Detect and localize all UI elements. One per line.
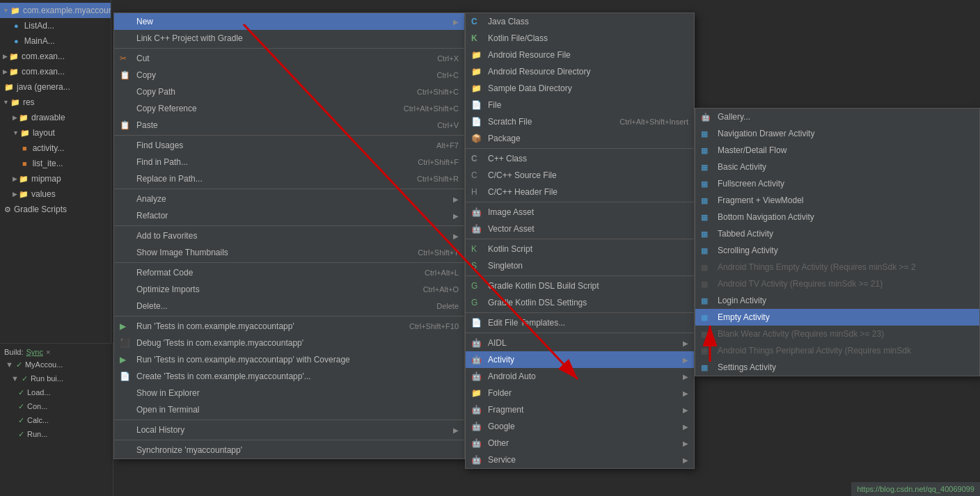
menu-item-synchronize[interactable]: Synchronize 'myaccountapp' <box>114 442 464 458</box>
paste-icon: 📋 <box>120 120 132 130</box>
menu-item-folder[interactable]: 📁 Folder ▶ <box>466 385 694 401</box>
menu-item-navigationdrawer[interactable]: ▦ Navigation Drawer Activity <box>695 125 979 142</box>
menu-item-singleton[interactable]: S Singleton <box>466 257 694 274</box>
menu-item-findusages[interactable]: Find Usages Alt+F7 <box>114 137 464 154</box>
menu-item-scratchfile[interactable]: 📄 Scratch File Ctrl+Alt+Shift+Insert <box>466 113 694 130</box>
menu-item-androidresourcefile[interactable]: 📁 Android Resource File <box>466 47 694 63</box>
menu-item-tabbedactivity[interactable]: ▦ Tabbed Activity <box>695 225 979 242</box>
menu-item-sampledatadirectory[interactable]: 📁 Sample Data Directory <box>466 80 694 97</box>
menu-item-blankwear[interactable]: ▦ Blank Wear Activity (Requires minSdk >… <box>695 326 979 342</box>
check-icon: ✓ <box>22 374 28 383</box>
menu-item-openinterminal[interactable]: Open in Terminal <box>114 401 464 418</box>
menu-item-linkcpp[interactable]: Link C++ Project with Gradle <box>114 30 464 47</box>
menu-item-fragment[interactable]: 🤖 Fragment ▶ <box>466 401 694 418</box>
menu-item-imageasset[interactable]: 🤖 Image Asset <box>466 204 694 221</box>
tree-item-com1[interactable]: ▶ 📁 com.exan... <box>0 49 111 64</box>
menu-item-copyref[interactable]: Copy Reference Ctrl+Alt+Shift+C <box>114 100 464 117</box>
tree-item-list-item[interactable]: ■ list_ite... <box>0 156 111 171</box>
tree-item-listadapter[interactable]: ● ListAd... <box>0 18 111 33</box>
menu-item-loginactivity[interactable]: ▦ Login Activity <box>695 292 979 309</box>
menu-item-runtestswithcoverage[interactable]: ▶ Run 'Tests in com.example.myaccountapp… <box>114 351 464 368</box>
menu-item-copy[interactable]: 📋 Copy Ctrl+C <box>114 67 464 83</box>
service-icon: 🤖 <box>471 455 484 465</box>
menu-item-androidresourcedirectory[interactable]: 📁 Android Resource Directory <box>466 63 694 80</box>
menu-item-vectorasset[interactable]: 🤖 Vector Asset <box>466 221 694 237</box>
tree-item-myaccountapp[interactable]: ▼ 📁 com.example.myaccountapp <box>0 3 111 18</box>
menu-item-debugtests[interactable]: ⬛ Debug 'Tests in com.example.myaccounta… <box>114 335 464 351</box>
build-item-con[interactable]: ✓ Con... <box>0 399 113 413</box>
tree-item-activity[interactable]: ■ activity... <box>0 141 111 156</box>
menu-item-scrollingactivity[interactable]: ▦ Scrolling Activity <box>695 242 979 259</box>
menu-item-activity[interactable]: 🤖 Activity ▶ <box>466 351 694 368</box>
menu-item-service[interactable]: 🤖 Service ▶ <box>466 451 694 468</box>
menu-item-gradlekotlindslbuild[interactable]: G Gradle Kotlin DSL Build Script <box>466 278 694 294</box>
menu-item-runtests[interactable]: ▶ Run 'Tests in com.example.myaccountapp… <box>114 318 464 335</box>
menu-item-file[interactable]: 📄 File <box>466 97 694 113</box>
menu-item-showimagethumbnails[interactable]: Show Image Thumbnails Ctrl+Shift+T <box>114 244 464 261</box>
menu-item-masterdetail[interactable]: ▦ Master/Detail Flow <box>695 142 979 159</box>
menu-item-bottomnav[interactable]: ▦ Bottom Navigation Activity <box>695 209 979 225</box>
menu-item-androidtvactivity[interactable]: ▦ Android TV Activity (Requires minSdk >… <box>695 275 979 292</box>
menu-item-cut[interactable]: ✂ Cut Ctrl+X <box>114 50 464 67</box>
menu-item-fullscreenactivity[interactable]: ▦ Fullscreen Activity <box>695 175 979 192</box>
tree-item-com2[interactable]: ▶ 📁 com.exan... <box>0 64 111 79</box>
menu-item-google[interactable]: 🤖 Google ▶ <box>466 418 694 435</box>
menu-item-replaceinpath[interactable]: Replace in Path... Ctrl+Shift+R <box>114 170 464 187</box>
menu-item-refactor[interactable]: Refactor ▶ <box>114 207 464 224</box>
menu-item-kotlinfile[interactable]: K Kotlin File/Class <box>466 30 694 47</box>
menu-item-createtests[interactable]: 📄 Create 'Tests in com.example.myaccount… <box>114 368 464 385</box>
menu-item-emptyactivity[interactable]: ▦ Empty Activity <box>695 309 979 326</box>
menu-item-kotlinscript[interactable]: K Kotlin Script <box>466 241 694 257</box>
menu-item-gradlekotlindslsettings[interactable]: G Gradle Kotlin DSL Settings <box>466 294 694 311</box>
basicactivity-icon: ▦ <box>701 163 713 172</box>
copyref-shortcut: Ctrl+Alt+Shift+C <box>404 104 459 113</box>
menu-item-androidthingsempty[interactable]: ▦ Android Things Empty Activity (Require… <box>695 259 979 275</box>
menu-item-cppsource[interactable]: C C/C++ Source File <box>466 167 694 184</box>
tree-item-gradle[interactable]: ⚙ Gradle Scripts <box>0 202 111 217</box>
menu-item-reformatcode[interactable]: Reformat Code Ctrl+Alt+L <box>114 264 464 281</box>
separator-2-2 <box>466 202 694 202</box>
findinpath-shortcut: Ctrl+Shift+F <box>418 158 459 166</box>
menu-item-showinexplorer[interactable]: Show in Explorer <box>114 385 464 401</box>
build-item-myaccount[interactable]: ▼ ✓ MyAccou... <box>0 358 113 371</box>
menu-item-settingsactivity[interactable]: ▦ Settings Activity <box>695 359 979 376</box>
menu-item-androidauto[interactable]: 🤖 Android Auto ▶ <box>466 368 694 385</box>
tree-item-java-generated[interactable]: 📁 java (genera... <box>0 79 111 95</box>
menu-item-kotlinfile-label: Kotlin File/Class <box>488 33 688 43</box>
menu-item-optimizeimports[interactable]: Optimize Imports Ctrl+Alt+O <box>114 281 464 298</box>
menu-item-analyze[interactable]: Analyze ▶ <box>114 191 464 207</box>
build-item-runbuild[interactable]: ▼ ✓ Run bui... <box>0 371 113 385</box>
menu-item-basicactivity[interactable]: ▦ Basic Activity <box>695 159 979 175</box>
tree-item-mainactivity[interactable]: ● MainA... <box>0 33 111 49</box>
menu-item-paste[interactable]: 📋 Paste Ctrl+V <box>114 117 464 134</box>
menu-item-androidthingsperipheral[interactable]: ▦ Android Things Peripheral Activity (Re… <box>695 342 979 359</box>
tree-item-values[interactable]: ▶ 📁 values <box>0 186 111 202</box>
menu-item-findinpath[interactable]: Find in Path... Ctrl+Shift+F <box>114 154 464 170</box>
close-build[interactable]: × <box>46 348 50 356</box>
menu-item-delete[interactable]: Delete... Delete <box>114 298 464 314</box>
menu-item-copypath[interactable]: Copy Path Ctrl+Shift+C <box>114 83 464 100</box>
sync-link[interactable]: Sync <box>26 348 43 356</box>
menu-item-editfiletemplates[interactable]: 📄 Edit File Templates... <box>466 314 694 331</box>
menu-item-addtofav[interactable]: Add to Favorites ▶ <box>114 227 464 244</box>
tree-item-layout[interactable]: ▼ 📁 layout <box>0 125 111 141</box>
check-icon: ✓ <box>18 402 24 411</box>
build-item-load[interactable]: ✓ Load... <box>0 385 113 399</box>
menu-item-other[interactable]: 🤖 Other ▶ <box>466 435 694 451</box>
build-item-run[interactable]: ✓ Run... <box>0 427 113 441</box>
menu-item-findinpath-label: Find in Path... <box>136 157 404 167</box>
menu-item-javaclass-label: Java Class <box>488 17 688 26</box>
build-item-calc[interactable]: ✓ Calc... <box>0 413 113 427</box>
menu-item-fragmentviewmodel[interactable]: ▦ Fragment + ViewModel <box>695 192 979 209</box>
menu-item-gallery[interactable]: 🤖 Gallery... <box>695 109 979 125</box>
menu-item-cppclass[interactable]: C C++ Class <box>466 150 694 167</box>
tree-item-drawable[interactable]: ▶ 📁 drawable <box>0 110 111 125</box>
menu-item-aidl[interactable]: 🤖 AIDL ▶ <box>466 335 694 351</box>
menu-item-cppheader[interactable]: H C/C++ Header File <box>466 184 694 200</box>
menu-item-package[interactable]: 📦 Package <box>466 130 694 147</box>
tree-item-mipmap[interactable]: ▶ 📁 mipmap <box>0 171 111 186</box>
menu-item-new[interactable]: New ▶ <box>114 13 464 30</box>
menu-item-javaclass[interactable]: C Java Class <box>466 13 694 30</box>
menu-item-localhistory[interactable]: Local History ▶ <box>114 422 464 438</box>
tree-item-res[interactable]: ▼ 📁 res <box>0 95 111 110</box>
